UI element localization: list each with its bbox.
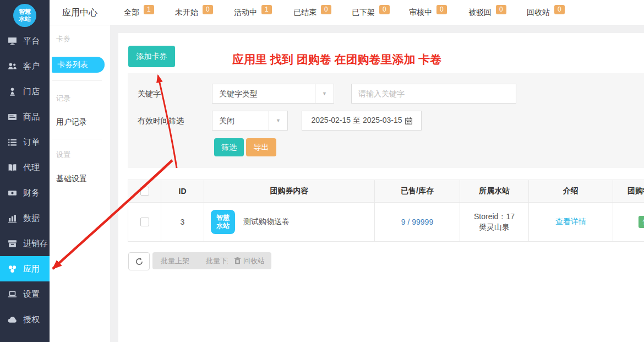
submenu-item-basic-settings[interactable]: 基础设置 <box>56 174 87 184</box>
brand-logo[interactable]: 智慧 水站 <box>13 4 36 27</box>
coupon-logo-line2: 水站 <box>216 222 230 230</box>
header-status: 团购状态 <box>613 180 644 203</box>
batch-on-shelf-button[interactable]: 批量上架 <box>152 252 198 269</box>
users-icon <box>8 62 17 71</box>
tab-label: 未开始 <box>175 8 198 18</box>
status-tabs-bar: 全部 1 未开始 0 活动中 1 已结束 0 已下架 0 审核中 0 被驳回 0… <box>110 0 644 25</box>
filter-button[interactable]: 筛选 <box>214 138 244 156</box>
valid-time-label: 有效时间筛选 <box>138 116 184 126</box>
tab-recycle-bin[interactable]: 回收站 0 <box>527 0 565 25</box>
submenu-item-coupon-list[interactable]: 卡券列表 <box>52 57 105 73</box>
tab-all[interactable]: 全部 1 <box>124 0 154 25</box>
sidebar-item-apps[interactable]: 应用 <box>0 256 50 281</box>
sidebar-item-label: 客户 <box>23 61 40 72</box>
submenu-item-user-records[interactable]: 用户记录 <box>56 117 87 127</box>
tab-count-badge: 0 <box>554 5 565 14</box>
banknote-icon <box>8 188 17 198</box>
tab-active[interactable]: 活动中 1 <box>234 0 272 25</box>
date-range-picker[interactable]: 2025-02-15 至 2025-03-15 <box>302 111 422 131</box>
row-status-cell: 售卖中 <box>613 203 644 242</box>
coupon-logo-line1: 智慧 <box>216 214 230 222</box>
tab-label: 已结束 <box>293 8 316 18</box>
submenu-divider <box>52 80 102 81</box>
bar-chart-icon <box>8 214 17 223</box>
tab-count-badge: 0 <box>496 5 506 14</box>
submenu-title: 应用中心 <box>50 0 110 25</box>
refresh-button[interactable] <box>128 252 150 270</box>
tab-count-badge: 0 <box>203 5 213 14</box>
sidebar-item-inventory[interactable]: 进销存 <box>0 231 50 256</box>
primary-nav: 平台 客户 门店 商品 订单 代理 财务 数据 <box>0 28 50 332</box>
select-all-checkbox[interactable] <box>140 187 149 196</box>
chevron-down-icon: ▼ <box>269 111 287 130</box>
header-store: 所属水站 <box>460 180 529 203</box>
trash-icon <box>234 257 241 264</box>
archive-box-icon <box>8 239 17 248</box>
book-icon <box>8 163 17 172</box>
sidebar-item-settings[interactable]: 设置 <box>0 281 50 307</box>
header-sold-stock: 已售/库存 <box>375 180 460 203</box>
goods-card-icon <box>8 112 17 122</box>
table-row: 3 智慧 水站 测试购物送卷 9 / 99999 Storeid：17 樊灵山泉… <box>128 203 644 242</box>
tab-not-started[interactable]: 未开始 0 <box>175 0 213 25</box>
add-coupon-button[interactable]: 添加卡券 <box>128 46 175 67</box>
tab-label: 回收站 <box>527 8 550 18</box>
sidebar-item-label: 平台 <box>23 36 40 46</box>
row-checkbox[interactable] <box>140 218 149 226</box>
sidebar-item-stores[interactable]: 门店 <box>0 79 50 104</box>
recycle-bin-label: 回收站 <box>243 256 265 266</box>
status-badge: 售卖中 <box>638 216 644 228</box>
coupon-list-page: { "brand": {"logo_line1": "智慧", "logo_li… <box>0 0 644 342</box>
time-switch-select[interactable]: 关闭 ▼ <box>212 111 288 131</box>
tab-label: 被驳回 <box>468 8 492 18</box>
sidebar-item-auth[interactable]: 授权 <box>0 307 50 332</box>
coupon-logo: 智慧 水站 <box>211 210 235 234</box>
keyword-input[interactable] <box>351 84 516 104</box>
sidebar-item-label: 财务 <box>23 188 40 198</box>
recycle-bin-button[interactable]: 回收站 <box>228 252 271 269</box>
tab-rejected[interactable]: 被驳回 0 <box>468 0 506 25</box>
tab-off-shelf[interactable]: 已下架 0 <box>352 0 390 25</box>
sidebar-item-data[interactable]: 数据 <box>0 205 50 231</box>
primary-sidebar: 智慧 水站 平台 客户 门店 商品 订单 代理 财务 <box>0 0 50 342</box>
row-content-cell: 智慧 水站 测试购物送卷 <box>204 203 375 242</box>
header-select-cell <box>128 180 161 203</box>
keyword-type-select[interactable]: 关键字类型 ▼ <box>212 84 334 104</box>
tab-count-badge: 0 <box>321 5 331 14</box>
brand-logo-line1: 智慧 <box>19 8 31 15</box>
sidebar-item-label: 商品 <box>23 112 40 122</box>
view-details-link[interactable]: 查看详情 <box>555 217 586 226</box>
keyword-type-value: 关键字类型 <box>212 84 315 103</box>
row-store-cell: Storeid：17 樊灵山泉 <box>460 203 529 242</box>
sidebar-item-finance[interactable]: 财务 <box>0 180 50 205</box>
header-content: 团购券内容 <box>204 180 375 203</box>
store-id: Storeid：17 <box>460 211 528 222</box>
sidebar-item-agents[interactable]: 代理 <box>0 155 50 180</box>
tab-count-badge: 0 <box>436 5 447 14</box>
chevron-down-icon: ▼ <box>315 84 334 103</box>
sidebar-item-label: 进销存 <box>23 238 48 249</box>
sold-stock-link[interactable]: 9 / 99999 <box>401 218 433 226</box>
export-button[interactable]: 导出 <box>246 138 276 156</box>
coupon-table: ID 团购券内容 已售/库存 所属水站 介绍 团购状态 3 智慧 水站 测试购物… <box>128 180 644 242</box>
table-header-row: ID 团购券内容 已售/库存 所属水站 介绍 团购状态 <box>128 180 644 203</box>
sidebar-item-label: 授权 <box>23 314 40 325</box>
laptop-icon <box>8 290 17 299</box>
tab-reviewing[interactable]: 审核中 0 <box>409 0 447 25</box>
tab-label: 全部 <box>124 8 139 18</box>
sidebar-item-label: 应用 <box>23 264 40 274</box>
header-intro: 介绍 <box>529 180 613 203</box>
tab-ended[interactable]: 已结束 0 <box>293 0 331 25</box>
refresh-icon <box>135 258 143 265</box>
row-sold-cell: 9 / 99999 <box>375 203 460 242</box>
sidebar-item-label: 代理 <box>23 162 40 173</box>
sidebar-item-platform[interactable]: 平台 <box>0 28 50 53</box>
apps-cluster-icon <box>8 264 17 274</box>
sidebar-item-goods[interactable]: 商品 <box>0 104 50 129</box>
sidebar-item-customers[interactable]: 客户 <box>0 53 50 79</box>
tab-count-badge: 1 <box>261 5 272 14</box>
secondary-sidebar: 应用中心 卡券 卡券列表 记录 用户记录 设置 基础设置 <box>50 0 110 342</box>
header-id: ID <box>161 180 204 203</box>
sidebar-item-orders[interactable]: 订单 <box>0 129 50 155</box>
tab-count-badge: 0 <box>379 5 390 14</box>
